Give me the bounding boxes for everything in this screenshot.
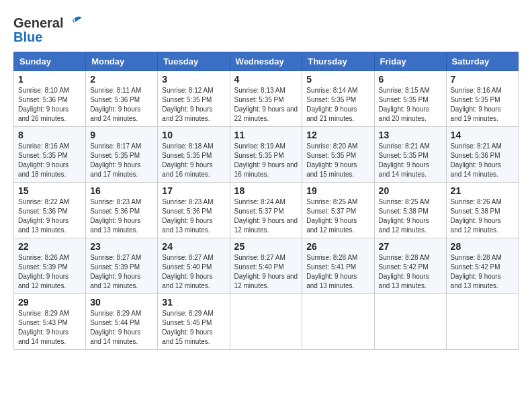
day-info: Sunrise: 8:16 AMSunset: 5:35 PMDaylight:… (18, 142, 69, 178)
calendar-table: SundayMondayTuesdayWednesdayThursdayFrid… (13, 52, 519, 350)
day-number: 3 (162, 74, 225, 85)
day-info: Sunrise: 8:25 AMSunset: 5:38 PMDaylight:… (379, 198, 430, 234)
logo-blue: Blue (13, 30, 42, 45)
day-number: 17 (162, 185, 225, 196)
day-info: Sunrise: 8:29 AMSunset: 5:45 PMDaylight:… (162, 310, 213, 345)
calendar-header-row: SundayMondayTuesdayWednesdayThursdayFrid… (14, 52, 519, 71)
day-info: Sunrise: 8:14 AMSunset: 5:35 PMDaylight:… (306, 87, 357, 122)
calendar-cell (446, 294, 518, 350)
day-number: 7 (451, 74, 514, 85)
calendar-cell: 9 Sunrise: 8:17 AMSunset: 5:35 PMDayligh… (86, 127, 158, 183)
calendar-cell: 26 Sunrise: 8:28 AMSunset: 5:41 PMDaylig… (302, 238, 374, 294)
day-number: 8 (18, 130, 81, 140)
day-info: Sunrise: 8:15 AMSunset: 5:35 PMDaylight:… (379, 87, 430, 122)
calendar-cell: 27 Sunrise: 8:28 AMSunset: 5:42 PMDaylig… (374, 238, 446, 294)
day-number: 5 (306, 74, 369, 85)
day-number: 9 (90, 130, 153, 140)
calendar-cell: 7 Sunrise: 8:16 AMSunset: 5:35 PMDayligh… (446, 71, 518, 127)
day-info: Sunrise: 8:25 AMSunset: 5:37 PMDaylight:… (306, 198, 357, 234)
logo-bird-icon (64, 13, 83, 32)
day-info: Sunrise: 8:29 AMSunset: 5:43 PMDaylight:… (18, 310, 69, 345)
day-number: 28 (451, 241, 514, 252)
calendar-cell: 10 Sunrise: 8:18 AMSunset: 5:35 PMDaylig… (158, 127, 230, 183)
day-info: Sunrise: 8:28 AMSunset: 5:42 PMDaylight:… (451, 254, 502, 289)
col-header-thursday: Thursday (302, 52, 374, 71)
day-info: Sunrise: 8:17 AMSunset: 5:35 PMDaylight:… (90, 142, 141, 178)
day-number: 15 (18, 185, 81, 196)
day-info: Sunrise: 8:18 AMSunset: 5:35 PMDaylight:… (162, 142, 213, 178)
calendar-cell: 25 Sunrise: 8:27 AMSunset: 5:40 PMDaylig… (230, 238, 302, 294)
day-number: 25 (234, 241, 298, 252)
calendar-cell: 30 Sunrise: 8:29 AMSunset: 5:44 PMDaylig… (86, 294, 158, 350)
day-info: Sunrise: 8:23 AMSunset: 5:36 PMDaylight:… (162, 198, 213, 234)
calendar-cell: 23 Sunrise: 8:27 AMSunset: 5:39 PMDaylig… (86, 238, 158, 294)
calendar-cell: 3 Sunrise: 8:12 AMSunset: 5:35 PMDayligh… (158, 71, 230, 127)
day-number: 14 (451, 130, 514, 140)
calendar-cell: 14 Sunrise: 8:21 AMSunset: 5:36 PMDaylig… (446, 127, 518, 183)
day-info: Sunrise: 8:27 AMSunset: 5:39 PMDaylight:… (90, 254, 141, 289)
day-number: 27 (379, 241, 442, 252)
day-info: Sunrise: 8:21 AMSunset: 5:35 PMDaylight:… (379, 142, 430, 178)
day-number: 13 (379, 130, 442, 140)
calendar-cell: 1 Sunrise: 8:10 AMSunset: 5:36 PMDayligh… (14, 71, 86, 127)
week-row-1: 1 Sunrise: 8:10 AMSunset: 5:36 PMDayligh… (14, 71, 519, 127)
day-number: 24 (162, 241, 225, 252)
col-header-tuesday: Tuesday (158, 52, 230, 71)
day-info: Sunrise: 8:20 AMSunset: 5:35 PMDaylight:… (306, 142, 357, 178)
calendar-cell: 17 Sunrise: 8:23 AMSunset: 5:36 PMDaylig… (158, 183, 230, 238)
day-info: Sunrise: 8:10 AMSunset: 5:36 PMDaylight:… (18, 87, 69, 122)
calendar-cell: 19 Sunrise: 8:25 AMSunset: 5:37 PMDaylig… (302, 183, 374, 238)
day-info: Sunrise: 8:23 AMSunset: 5:36 PMDaylight:… (90, 198, 141, 234)
week-row-4: 22 Sunrise: 8:26 AMSunset: 5:39 PMDaylig… (14, 238, 519, 294)
page-header: General Blue (13, 13, 519, 45)
calendar-cell: 2 Sunrise: 8:11 AMSunset: 5:36 PMDayligh… (86, 71, 158, 127)
logo: General Blue (13, 13, 83, 45)
calendar-cell: 8 Sunrise: 8:16 AMSunset: 5:35 PMDayligh… (14, 127, 86, 183)
day-number: 12 (306, 130, 369, 140)
day-number: 18 (234, 185, 298, 196)
week-row-2: 8 Sunrise: 8:16 AMSunset: 5:35 PMDayligh… (14, 127, 519, 183)
calendar-cell: 4 Sunrise: 8:13 AMSunset: 5:35 PMDayligh… (230, 71, 302, 127)
day-number: 19 (306, 185, 369, 196)
calendar-cell: 11 Sunrise: 8:19 AMSunset: 5:35 PMDaylig… (230, 127, 302, 183)
col-header-friday: Friday (374, 52, 446, 71)
day-number: 11 (234, 130, 298, 140)
col-header-saturday: Saturday (446, 52, 518, 71)
logo-general: General (13, 15, 63, 31)
calendar-cell: 5 Sunrise: 8:14 AMSunset: 5:35 PMDayligh… (302, 71, 374, 127)
calendar-cell: 6 Sunrise: 8:15 AMSunset: 5:35 PMDayligh… (374, 71, 446, 127)
week-row-5: 29 Sunrise: 8:29 AMSunset: 5:43 PMDaylig… (14, 294, 519, 350)
col-header-sunday: Sunday (14, 52, 86, 71)
col-header-wednesday: Wednesday (230, 52, 302, 71)
calendar-cell: 16 Sunrise: 8:23 AMSunset: 5:36 PMDaylig… (86, 183, 158, 238)
day-info: Sunrise: 8:28 AMSunset: 5:41 PMDaylight:… (306, 254, 357, 289)
day-info: Sunrise: 8:11 AMSunset: 5:36 PMDaylight:… (90, 87, 141, 122)
calendar-cell: 29 Sunrise: 8:29 AMSunset: 5:43 PMDaylig… (14, 294, 86, 350)
week-row-3: 15 Sunrise: 8:22 AMSunset: 5:36 PMDaylig… (14, 183, 519, 238)
day-number: 16 (90, 185, 153, 196)
day-info: Sunrise: 8:19 AMSunset: 5:35 PMDaylight:… (234, 142, 298, 178)
calendar-cell: 20 Sunrise: 8:25 AMSunset: 5:38 PMDaylig… (374, 183, 446, 238)
day-info: Sunrise: 8:24 AMSunset: 5:37 PMDaylight:… (234, 198, 298, 234)
day-info: Sunrise: 8:22 AMSunset: 5:36 PMDaylight:… (18, 198, 69, 234)
day-info: Sunrise: 8:27 AMSunset: 5:40 PMDaylight:… (162, 254, 213, 289)
day-info: Sunrise: 8:27 AMSunset: 5:40 PMDaylight:… (234, 254, 298, 289)
day-number: 29 (18, 297, 81, 308)
day-number: 30 (90, 297, 153, 308)
calendar-cell (230, 294, 302, 350)
day-info: Sunrise: 8:26 AMSunset: 5:38 PMDaylight:… (451, 198, 502, 234)
calendar-cell: 31 Sunrise: 8:29 AMSunset: 5:45 PMDaylig… (158, 294, 230, 350)
calendar-cell: 22 Sunrise: 8:26 AMSunset: 5:39 PMDaylig… (14, 238, 86, 294)
day-info: Sunrise: 8:12 AMSunset: 5:35 PMDaylight:… (162, 87, 213, 122)
day-info: Sunrise: 8:21 AMSunset: 5:36 PMDaylight:… (451, 142, 502, 178)
day-number: 31 (162, 297, 225, 308)
day-number: 1 (18, 74, 81, 85)
day-number: 6 (379, 74, 442, 85)
calendar-cell (302, 294, 374, 350)
day-info: Sunrise: 8:29 AMSunset: 5:44 PMDaylight:… (90, 310, 141, 345)
day-info: Sunrise: 8:16 AMSunset: 5:35 PMDaylight:… (451, 87, 502, 122)
day-number: 21 (451, 185, 514, 196)
calendar-cell: 13 Sunrise: 8:21 AMSunset: 5:35 PMDaylig… (374, 127, 446, 183)
day-info: Sunrise: 8:28 AMSunset: 5:42 PMDaylight:… (379, 254, 430, 289)
day-number: 2 (90, 74, 153, 85)
